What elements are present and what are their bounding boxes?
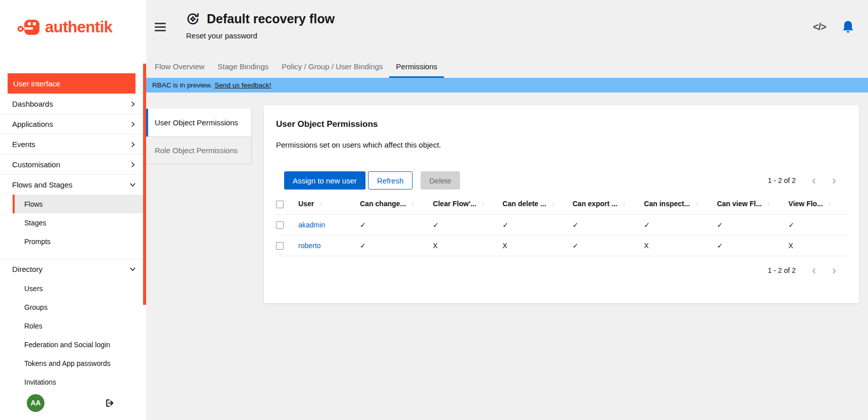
sidebar: authentik User interface Dashboards Appl… (0, 0, 146, 420)
nav-label: Users (24, 285, 43, 293)
permission-value: X (789, 235, 847, 256)
page-title: Default recovery flow (207, 12, 335, 26)
row-checkbox[interactable] (276, 242, 284, 250)
nav-label: Stages (24, 219, 47, 227)
sort-icon[interactable]: ↕ (828, 200, 832, 208)
permission-value: X (433, 235, 502, 256)
hamburger-menu-button[interactable] (155, 23, 166, 32)
user-interface-label: User interface (13, 79, 60, 88)
permission-value: ✓ (789, 214, 847, 235)
tab-stage-bindings[interactable]: Stage Bindings (211, 55, 275, 78)
permission-value: ✓ (360, 214, 433, 235)
sidebar-nav: Dashboards Applications Events Customisa… (0, 94, 146, 391)
permission-value: ✓ (717, 214, 788, 235)
chevron-right-icon (130, 101, 136, 107)
tab-bar: Flow Overview Stage Bindings Policy / Gr… (146, 55, 868, 78)
chevron-down-icon (129, 181, 136, 188)
sidebar-item-invitations[interactable]: Invitations (0, 372, 146, 391)
table-row: akadmin ✓ ✓ ✓ ✓ ✓ ✓ ✓ (276, 214, 847, 235)
select-all-checkbox[interactable] (276, 201, 284, 208)
sidebar-item-stages[interactable]: Stages (0, 213, 146, 232)
permission-value: ✓ (433, 214, 502, 235)
row-checkbox[interactable] (276, 221, 284, 229)
sidebar-item-applications[interactable]: Applications (0, 114, 146, 134)
bell-icon (842, 20, 854, 33)
authentik-logo: authentik (17, 14, 146, 40)
chevron-down-icon (129, 266, 136, 272)
rbac-preview-banner: RBAC is in preview. Send us feedback! (146, 78, 868, 92)
nav-label: Dashboards (12, 100, 53, 108)
chevron-right-icon (130, 142, 136, 148)
assign-to-new-user-button[interactable]: Assign to new user (284, 171, 366, 190)
tab-flow-overview[interactable]: Flow Overview (148, 55, 211, 78)
permission-value: X (502, 235, 572, 256)
sidebar-item-user-interface[interactable]: User interface (8, 73, 135, 94)
pagination-prev-icon[interactable]: ‹ (812, 265, 816, 275)
notifications-bell-icon[interactable] (842, 20, 854, 33)
sidebar-footer: AA (0, 392, 146, 414)
card-description: Permissions set on users which affect th… (276, 141, 847, 149)
permission-value: ✓ (644, 214, 717, 235)
permissions-table: User↕ Can change...↕ Clear Flow'...↕ Can… (276, 197, 847, 256)
tab-role-object-permissions[interactable]: Role Object Permissions (146, 136, 252, 164)
sidebar-item-events[interactable]: Events (0, 134, 146, 154)
column-header: Can inspect... (644, 200, 690, 208)
sort-icon[interactable]: ↕ (622, 200, 626, 208)
column-header: Can view Fl... (717, 200, 762, 208)
nav-label: Flows (24, 200, 43, 208)
refresh-button[interactable]: Refresh (368, 171, 413, 190)
pagination-top: 1 - 2 of 2 ‹ › (768, 175, 847, 185)
chevron-right-icon (130, 121, 136, 127)
sidebar-item-roles[interactable]: Roles (0, 316, 146, 335)
nav-label: Applications (12, 120, 53, 128)
sidebar-item-directory[interactable]: Directory (0, 259, 146, 279)
logout-button[interactable] (105, 398, 115, 408)
permission-value: ✓ (572, 235, 644, 256)
table-header-row: User↕ Can change...↕ Clear Flow'...↕ Can… (276, 197, 847, 214)
permission-value: X (644, 235, 717, 256)
delete-button[interactable]: Delete (421, 171, 460, 190)
banner-text: RBAC is in preview. (152, 81, 212, 89)
logout-icon (105, 398, 115, 408)
sort-icon[interactable]: ↕ (551, 200, 555, 208)
sidebar-item-flows-and-stages[interactable]: Flows and Stages (0, 175, 146, 195)
sidebar-item-prompts[interactable]: Prompts (0, 232, 146, 251)
sort-icon[interactable]: ↕ (411, 200, 415, 208)
feedback-link[interactable]: Send us feedback! (215, 81, 271, 89)
avatar[interactable]: AA (27, 394, 44, 412)
sidebar-item-dashboards[interactable]: Dashboards (0, 94, 146, 114)
table-row: roberto ✓ X X ✓ X ✓ X (276, 235, 847, 256)
sidebar-item-federation[interactable]: Federation and Social login (0, 335, 146, 354)
permission-value: ✓ (717, 235, 788, 256)
pagination-next-icon[interactable]: › (832, 265, 836, 275)
pagination-next-icon[interactable]: › (832, 175, 836, 185)
tab-permissions[interactable]: Permissions (389, 55, 444, 78)
nav-label: Events (12, 140, 35, 149)
sort-icon[interactable]: ↕ (767, 200, 770, 208)
sort-icon[interactable]: ↕ (695, 200, 699, 208)
tab-policy-group-user-bindings[interactable]: Policy / Group / User Bindings (275, 55, 389, 78)
column-header: Clear Flow'... (433, 200, 476, 208)
column-header: Can change... (360, 200, 406, 208)
column-header: Can export ... (572, 200, 617, 208)
user-link[interactable]: akadmin (298, 221, 325, 229)
tab-user-object-permissions[interactable]: User Object Permissions (146, 109, 252, 136)
sort-icon[interactable]: ↕ (481, 200, 485, 208)
pagination-prev-icon[interactable]: ‹ (812, 175, 816, 185)
user-link[interactable]: roberto (298, 242, 321, 250)
column-header: View Flo... (789, 200, 823, 208)
authentik-key-icon (17, 18, 40, 36)
sidebar-item-groups[interactable]: Groups (0, 298, 146, 316)
sidebar-item-users[interactable]: Users (0, 279, 146, 298)
api-icon[interactable]: </> (813, 21, 826, 33)
pagination-label: 1 - 2 of 2 (768, 176, 796, 184)
sidebar-item-flows[interactable]: Flows (13, 195, 146, 213)
nav-label: Directory (12, 265, 42, 273)
permission-value: ✓ (572, 214, 644, 235)
column-header: Can delete ... (502, 200, 546, 208)
sidebar-item-tokens[interactable]: Tokens and App passwords (0, 354, 146, 372)
toolbar: Assign to new user Refresh Delete 1 - 2 … (276, 171, 847, 190)
sort-icon[interactable]: ↕ (319, 200, 323, 208)
sidebar-item-customisation[interactable]: Customisation (0, 155, 146, 174)
nav-label: Tokens and App passwords (24, 359, 110, 367)
